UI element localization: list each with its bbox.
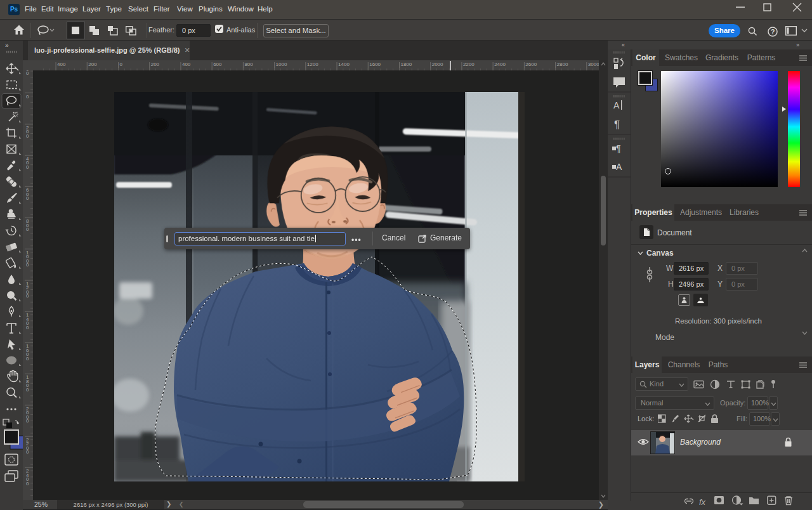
svg-text:0: 0 [26, 325, 29, 330]
svg-text:2400: 2400 [494, 62, 506, 67]
svg-text:0: 0 [26, 481, 29, 487]
svg-text:1200: 1200 [307, 62, 318, 67]
svg-text:0: 0 [26, 70, 29, 76]
svg-text:¶: ¶ [614, 119, 620, 131]
svg-text:0: 0 [26, 418, 29, 424]
svg-text:2200: 2200 [463, 62, 475, 67]
svg-text:¶: ¶ [616, 143, 621, 154]
svg-text:400: 400 [57, 62, 66, 67]
svg-text:2800: 2800 [557, 62, 568, 67]
svg-text:0: 0 [26, 94, 29, 100]
svg-text:0: 0 [26, 387, 29, 393]
svg-text:800: 800 [244, 62, 253, 67]
svg-text:0: 0 [26, 449, 29, 455]
svg-text:2600: 2600 [525, 62, 537, 67]
svg-text:200: 200 [151, 62, 160, 67]
svg-text:2000: 2000 [432, 62, 443, 67]
svg-text:fx: fx [699, 497, 706, 507]
svg-text:0: 0 [26, 195, 29, 201]
svg-text:1800: 1800 [400, 62, 412, 67]
svg-text:0: 0 [26, 293, 29, 299]
svg-text:1000: 1000 [276, 62, 287, 67]
svg-text:1600: 1600 [369, 62, 381, 67]
svg-text:A: A [613, 100, 620, 110]
svg-text:A: A [616, 162, 622, 172]
svg-text:0: 0 [26, 164, 29, 170]
svg-text:0: 0 [120, 62, 123, 67]
svg-text:0: 0 [26, 262, 29, 268]
svg-text:0: 0 [26, 133, 29, 139]
svg-text:600: 600 [213, 62, 222, 67]
svg-text:?: ? [771, 28, 775, 36]
svg-text:3000: 3000 [588, 62, 599, 67]
svg-text:0: 0 [26, 226, 29, 232]
svg-text:1400: 1400 [338, 62, 350, 67]
svg-text:400: 400 [182, 62, 191, 67]
svg-text:200: 200 [88, 62, 97, 67]
svg-text:0: 0 [26, 356, 29, 362]
